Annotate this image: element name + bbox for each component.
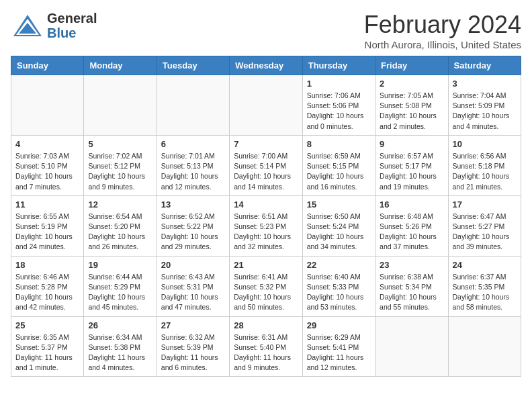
day-info: Sunrise: 6:55 AM Sunset: 5:19 PM Dayligh…: [15, 212, 79, 253]
day-info: Sunrise: 7:04 AM Sunset: 5:09 PM Dayligh…: [453, 91, 517, 132]
calendar-cell: 12Sunrise: 6:54 AM Sunset: 5:20 PM Dayli…: [84, 195, 157, 256]
day-number: 20: [161, 260, 225, 270]
day-info: Sunrise: 6:38 AM Sunset: 5:34 PM Dayligh…: [380, 272, 443, 313]
day-info: Sunrise: 6:57 AM Sunset: 5:17 PM Dayligh…: [380, 151, 443, 192]
calendar-cell: 13Sunrise: 6:52 AM Sunset: 5:22 PM Dayli…: [157, 195, 229, 256]
weekday-header: Monday: [84, 56, 157, 75]
day-info: Sunrise: 7:05 AM Sunset: 5:08 PM Dayligh…: [380, 91, 443, 132]
day-number: 21: [234, 260, 298, 270]
weekday-header: Tuesday: [157, 56, 229, 75]
day-number: 4: [15, 139, 79, 149]
weekday-header: Thursday: [302, 56, 375, 75]
day-number: 9: [380, 139, 443, 149]
day-info: Sunrise: 6:50 AM Sunset: 5:24 PM Dayligh…: [307, 212, 371, 253]
logo-icon: [11, 12, 44, 39]
day-info: Sunrise: 6:51 AM Sunset: 5:23 PM Dayligh…: [234, 212, 298, 253]
calendar-cell: 3Sunrise: 7:04 AM Sunset: 5:09 PM Daylig…: [448, 75, 521, 136]
day-number: 19: [88, 260, 152, 270]
calendar-cell: 1Sunrise: 7:06 AM Sunset: 5:06 PM Daylig…: [302, 75, 375, 136]
page-header: General Blue February 2024 North Aurora,…: [11, 11, 521, 50]
day-number: 25: [15, 320, 79, 330]
logo-blue: Blue: [47, 26, 97, 40]
logo-general: General: [47, 11, 97, 26]
calendar-cell: 15Sunrise: 6:50 AM Sunset: 5:24 PM Dayli…: [302, 195, 375, 256]
calendar-cell: 28Sunrise: 6:31 AM Sunset: 5:40 PM Dayli…: [230, 316, 302, 377]
weekday-header: Saturday: [448, 56, 521, 75]
calendar-week-row: 11Sunrise: 6:55 AM Sunset: 5:19 PM Dayli…: [11, 195, 521, 256]
day-number: 8: [307, 139, 371, 149]
day-number: 10: [453, 139, 517, 149]
day-info: Sunrise: 6:37 AM Sunset: 5:35 PM Dayligh…: [453, 272, 517, 313]
calendar-cell: [375, 316, 448, 377]
day-number: 1: [307, 79, 371, 89]
day-info: Sunrise: 6:46 AM Sunset: 5:28 PM Dayligh…: [15, 272, 79, 313]
day-number: 16: [380, 199, 443, 210]
logo: General Blue: [11, 11, 97, 40]
calendar-week-row: 25Sunrise: 6:35 AM Sunset: 5:37 PM Dayli…: [11, 316, 521, 377]
calendar-cell: 10Sunrise: 6:56 AM Sunset: 5:18 PM Dayli…: [448, 135, 521, 195]
calendar-cell: 19Sunrise: 6:44 AM Sunset: 5:29 PM Dayli…: [84, 256, 157, 316]
day-info: Sunrise: 6:44 AM Sunset: 5:29 PM Dayligh…: [88, 272, 152, 313]
day-number: 23: [380, 260, 443, 270]
weekday-header: Wednesday: [230, 56, 302, 75]
calendar-week-row: 18Sunrise: 6:46 AM Sunset: 5:28 PM Dayli…: [11, 256, 521, 316]
day-number: 5: [88, 139, 152, 149]
calendar-cell: 9Sunrise: 6:57 AM Sunset: 5:17 PM Daylig…: [375, 135, 448, 195]
calendar-cell: 2Sunrise: 7:05 AM Sunset: 5:08 PM Daylig…: [375, 75, 448, 136]
day-number: 15: [307, 199, 371, 210]
day-info: Sunrise: 6:59 AM Sunset: 5:15 PM Dayligh…: [307, 151, 371, 192]
day-number: 13: [161, 199, 225, 210]
day-number: 17: [453, 199, 517, 210]
day-info: Sunrise: 6:34 AM Sunset: 5:38 PM Dayligh…: [88, 332, 152, 373]
day-info: Sunrise: 6:31 AM Sunset: 5:40 PM Dayligh…: [234, 332, 298, 373]
calendar-cell: 6Sunrise: 7:01 AM Sunset: 5:13 PM Daylig…: [157, 135, 229, 195]
calendar-cell: 5Sunrise: 7:02 AM Sunset: 5:12 PM Daylig…: [84, 135, 157, 195]
logo-text: General Blue: [47, 11, 97, 40]
calendar-cell: [157, 75, 229, 136]
calendar-table: SundayMondayTuesdayWednesdayThursdayFrid…: [11, 56, 521, 377]
day-info: Sunrise: 6:41 AM Sunset: 5:32 PM Dayligh…: [234, 272, 298, 313]
day-number: 18: [15, 260, 79, 270]
calendar-cell: 18Sunrise: 6:46 AM Sunset: 5:28 PM Dayli…: [11, 256, 84, 316]
calendar-cell: [11, 75, 84, 136]
day-number: 27: [161, 320, 225, 330]
day-info: Sunrise: 7:03 AM Sunset: 5:10 PM Dayligh…: [15, 151, 79, 192]
day-number: 14: [234, 199, 298, 210]
weekday-header: Friday: [375, 56, 448, 75]
day-info: Sunrise: 6:35 AM Sunset: 5:37 PM Dayligh…: [15, 332, 79, 373]
calendar-cell: [448, 316, 521, 377]
day-info: Sunrise: 6:48 AM Sunset: 5:26 PM Dayligh…: [380, 212, 443, 253]
day-number: 29: [307, 320, 371, 330]
day-number: 28: [234, 320, 298, 330]
day-info: Sunrise: 6:47 AM Sunset: 5:27 PM Dayligh…: [453, 212, 517, 253]
calendar-cell: 24Sunrise: 6:37 AM Sunset: 5:35 PM Dayli…: [448, 256, 521, 316]
calendar-cell: 20Sunrise: 6:43 AM Sunset: 5:31 PM Dayli…: [157, 256, 229, 316]
day-info: Sunrise: 7:01 AM Sunset: 5:13 PM Dayligh…: [161, 151, 225, 192]
calendar-cell: 7Sunrise: 7:00 AM Sunset: 5:14 PM Daylig…: [230, 135, 302, 195]
day-info: Sunrise: 6:29 AM Sunset: 5:41 PM Dayligh…: [307, 332, 371, 373]
day-info: Sunrise: 6:43 AM Sunset: 5:31 PM Dayligh…: [161, 272, 225, 313]
calendar-cell: 26Sunrise: 6:34 AM Sunset: 5:38 PM Dayli…: [84, 316, 157, 377]
calendar-cell: 16Sunrise: 6:48 AM Sunset: 5:26 PM Dayli…: [375, 195, 448, 256]
calendar-cell: 11Sunrise: 6:55 AM Sunset: 5:19 PM Dayli…: [11, 195, 84, 256]
day-info: Sunrise: 6:54 AM Sunset: 5:20 PM Dayligh…: [88, 212, 152, 253]
location: North Aurora, Illinois, United States: [364, 39, 521, 50]
calendar-cell: 29Sunrise: 6:29 AM Sunset: 5:41 PM Dayli…: [302, 316, 375, 377]
day-number: 6: [161, 139, 225, 149]
calendar-cell: 23Sunrise: 6:38 AM Sunset: 5:34 PM Dayli…: [375, 256, 448, 316]
day-info: Sunrise: 6:56 AM Sunset: 5:18 PM Dayligh…: [453, 151, 517, 192]
weekday-header: Sunday: [11, 56, 84, 75]
calendar-cell: 25Sunrise: 6:35 AM Sunset: 5:37 PM Dayli…: [11, 316, 84, 377]
month-year: February 2024: [364, 11, 521, 39]
calendar-cell: 17Sunrise: 6:47 AM Sunset: 5:27 PM Dayli…: [448, 195, 521, 256]
calendar-header-row: SundayMondayTuesdayWednesdayThursdayFrid…: [11, 56, 521, 75]
day-info: Sunrise: 6:32 AM Sunset: 5:39 PM Dayligh…: [161, 332, 225, 373]
title-block: February 2024 North Aurora, Illinois, Un…: [364, 11, 521, 50]
day-number: 2: [380, 79, 443, 89]
day-number: 22: [307, 260, 371, 270]
day-info: Sunrise: 7:00 AM Sunset: 5:14 PM Dayligh…: [234, 151, 298, 192]
calendar-cell: 22Sunrise: 6:40 AM Sunset: 5:33 PM Dayli…: [302, 256, 375, 316]
day-number: 24: [453, 260, 517, 270]
day-info: Sunrise: 6:52 AM Sunset: 5:22 PM Dayligh…: [161, 212, 225, 253]
day-number: 11: [15, 199, 79, 210]
